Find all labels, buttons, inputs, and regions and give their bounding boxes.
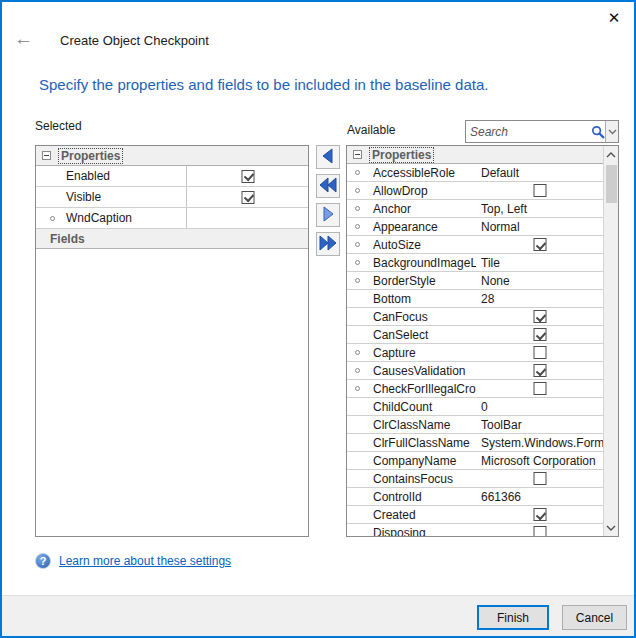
finish-button[interactable]: Finish [477, 605, 549, 630]
property-row[interactable]: Disposing [347, 524, 603, 537]
property-name-cell: AllowDrop [347, 182, 476, 199]
property-group-header[interactable]: Properties [36, 146, 308, 166]
property-value-cell [476, 470, 603, 487]
checkbox[interactable] [533, 184, 546, 197]
property-group-header[interactable]: Properties [347, 146, 603, 164]
scroll-up-icon[interactable] [604, 146, 619, 163]
scrollbar-thumb[interactable] [606, 165, 617, 203]
vertical-scrollbar[interactable] [603, 146, 618, 536]
back-arrow-icon[interactable]: ← [14, 28, 33, 50]
bullet-icon [355, 350, 360, 355]
learn-more-link[interactable]: Learn more about these settings [59, 554, 231, 568]
property-name: ControlId [373, 490, 422, 504]
property-value-cell: Microsoft Corporation [476, 452, 603, 469]
property-row[interactable]: CanSelect [347, 326, 603, 344]
collapse-minus-icon[interactable] [42, 151, 51, 160]
bullet-icon [50, 216, 55, 221]
property-name: Visible [66, 190, 101, 204]
property-value: Default [481, 166, 519, 180]
dialog-title: Create Object Checkpoint [60, 33, 209, 48]
property-row[interactable]: ContainsFocus [347, 470, 603, 488]
property-value-cell [476, 344, 603, 361]
double-arrow-left-icon [318, 176, 338, 197]
search-dropdown-button[interactable] [605, 121, 618, 142]
move-to-selected-button[interactable] [316, 145, 340, 169]
property-value-cell: 28 [476, 290, 603, 307]
checkbox[interactable] [533, 364, 546, 377]
property-row[interactable]: AppearanceNormal [347, 218, 603, 236]
checkbox[interactable] [533, 310, 546, 323]
checkbox[interactable] [241, 191, 254, 204]
checkbox[interactable] [533, 508, 546, 521]
collapse-minus-icon[interactable] [353, 150, 362, 159]
property-row[interactable]: ControlId661366 [347, 488, 603, 506]
property-row[interactable]: Created [347, 506, 603, 524]
property-name: AutoSize [373, 238, 421, 252]
move-all-to-selected-button[interactable] [316, 174, 340, 198]
property-value: ToolBar [481, 418, 522, 432]
property-name: Disposing [373, 526, 426, 538]
property-value: Normal [481, 220, 520, 234]
property-value-cell [186, 166, 308, 186]
property-row[interactable]: CheckForIllegalCrossThreadCalls [347, 380, 603, 398]
property-value: None [481, 274, 510, 288]
property-name: Enabled [66, 169, 110, 183]
cancel-button[interactable]: Cancel [562, 605, 627, 630]
property-value: System.Windows.Form [481, 436, 603, 450]
property-name-cell: Visible [36, 187, 186, 207]
property-row[interactable]: Bottom28 [347, 290, 603, 308]
bullet-icon [355, 188, 360, 193]
property-row[interactable]: Enabled [36, 166, 308, 187]
property-row[interactable]: AutoSize [347, 236, 603, 254]
property-row[interactable]: BorderStyleNone [347, 272, 603, 290]
property-row[interactable]: AnchorTop, Left [347, 200, 603, 218]
checkbox[interactable] [533, 382, 546, 395]
close-icon[interactable]: ✕ [602, 6, 626, 30]
property-name: Anchor [373, 202, 411, 216]
property-value: Top, Left [481, 202, 527, 216]
property-value: 661366 [481, 490, 521, 504]
property-value-cell [476, 236, 603, 253]
property-row[interactable]: CompanyNameMicrosoft Corporation [347, 452, 603, 470]
magnifier-icon [590, 121, 605, 142]
property-row[interactable]: Visible [36, 187, 308, 208]
property-row[interactable]: ClrClassNameToolBar [347, 416, 603, 434]
search-input[interactable] [466, 121, 590, 142]
checkbox[interactable] [533, 238, 546, 251]
property-name-cell: AutoSize [347, 236, 476, 253]
move-all-to-available-button[interactable] [316, 232, 340, 256]
property-name-cell: Bottom [347, 290, 476, 307]
checkbox[interactable] [533, 346, 546, 359]
property-name: BackgroundImageLayout [373, 256, 476, 270]
property-row[interactable]: AccessibleRoleDefault [347, 164, 603, 182]
move-to-available-button[interactable] [316, 203, 340, 227]
checkbox[interactable] [241, 170, 254, 183]
property-row[interactable]: BackgroundImageLayoutTile [347, 254, 603, 272]
property-row[interactable]: AllowDrop [347, 182, 603, 200]
property-name: ClrClassName [373, 418, 450, 432]
scroll-down-icon[interactable] [604, 519, 619, 536]
checkbox[interactable] [533, 328, 546, 341]
property-row[interactable]: CausesValidation [347, 362, 603, 380]
property-name-cell: ChildCount [347, 398, 476, 415]
property-name-cell: CompanyName [347, 452, 476, 469]
dialog-footer: Finish Cancel [2, 595, 634, 636]
property-name-cell: WndCaption [36, 208, 186, 228]
property-row[interactable]: Capture [347, 344, 603, 362]
property-row[interactable]: WndCaption [36, 208, 308, 229]
property-row[interactable]: ClrFullClassNameSystem.Windows.Form [347, 434, 603, 452]
bullet-icon [355, 386, 360, 391]
property-value-cell [476, 506, 603, 523]
property-name-cell: CheckForIllegalCrossThreadCalls [347, 380, 476, 397]
property-name-cell: Appearance [347, 218, 476, 235]
property-row[interactable]: CanFocus [347, 308, 603, 326]
property-name: CausesValidation [373, 364, 466, 378]
property-value-cell: None [476, 272, 603, 289]
help-icon: ? [35, 553, 51, 569]
checkbox[interactable] [533, 526, 546, 537]
search-box [465, 120, 619, 143]
property-row[interactable]: ChildCount0 [347, 398, 603, 416]
bullet-icon [355, 224, 360, 229]
property-value: Microsoft Corporation [481, 454, 596, 468]
checkbox[interactable] [533, 472, 546, 485]
